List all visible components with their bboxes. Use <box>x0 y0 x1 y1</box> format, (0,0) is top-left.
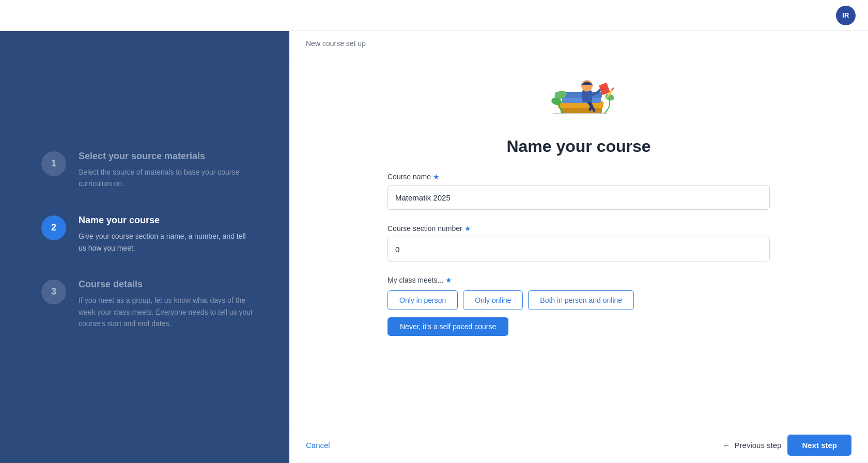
content-footer: Cancel ← Previous step Next step <box>289 427 868 463</box>
form-container: Course name★ Course section number★ My c… <box>388 173 770 350</box>
step-3-desc: If you meet as a group, let us know what… <box>79 295 254 329</box>
sidebar-step-1: 1 Select your source materials Select th… <box>41 150 264 190</box>
option-only-online[interactable]: Only online <box>463 290 523 310</box>
step-3-content: Course details If you meet as a group, l… <box>79 279 254 330</box>
step-2-desc: Give your course section a name, a numbe… <box>79 230 254 254</box>
avatar[interactable]: IR <box>836 6 856 25</box>
step-2-content: Name your course Give your course sectio… <box>79 214 254 254</box>
sidebar-step-3: 3 Course details If you meet as a group,… <box>41 279 264 330</box>
option-both[interactable]: Both in person and online <box>528 290 634 310</box>
course-section-input[interactable] <box>388 237 770 261</box>
step-2-title: Name your course <box>79 214 254 226</box>
step-1-content: Select your source materials Select the … <box>79 150 254 190</box>
step-3-title: Course details <box>79 279 254 290</box>
content-body: Name your course Course name★ Course sec… <box>289 56 868 427</box>
main-layout: 1 Select your source materials Select th… <box>0 0 868 463</box>
class-meets-group: My class meets...★ Only in person Only o… <box>388 276 770 336</box>
course-name-group: Course name★ <box>388 173 770 210</box>
course-name-input[interactable] <box>388 185 770 210</box>
step-1-title: Select your source materials <box>79 150 254 162</box>
self-paced-button[interactable]: Never, it's a self paced course <box>388 317 508 336</box>
footer-right-actions: ← Previous step Next step <box>723 435 851 456</box>
sidebar: 1 Select your source materials Select th… <box>0 31 289 463</box>
next-step-button[interactable]: Next step <box>787 435 851 456</box>
class-meets-options: Only in person Only online Both in perso… <box>388 290 770 310</box>
step-1-desc: Select the source of materials to base y… <box>79 166 254 190</box>
course-name-label: Course name★ <box>388 173 770 181</box>
previous-step-button[interactable]: ← Previous step <box>723 441 782 450</box>
illustration <box>527 67 630 129</box>
step-circle-1: 1 <box>41 151 66 176</box>
class-meets-label: My class meets...★ <box>388 276 770 284</box>
cancel-button[interactable]: Cancel <box>306 441 330 450</box>
option-only-in-person[interactable]: Only in person <box>388 290 458 310</box>
svg-rect-5 <box>582 90 592 102</box>
header-label: New course set up <box>306 39 366 48</box>
arrow-left-icon: ← <box>723 441 731 450</box>
content-header: New course set up <box>289 31 868 56</box>
top-navigation: IR <box>0 0 868 31</box>
course-section-group: Course section number★ <box>388 224 770 261</box>
course-section-label: Course section number★ <box>388 224 770 233</box>
page-title: Name your course <box>506 137 650 156</box>
step-circle-2: 2 <box>41 215 66 240</box>
sidebar-step-2: 2 Name your course Give your course sect… <box>41 214 264 254</box>
step-circle-3: 3 <box>41 280 66 304</box>
content-area: New course set up <box>289 31 868 463</box>
